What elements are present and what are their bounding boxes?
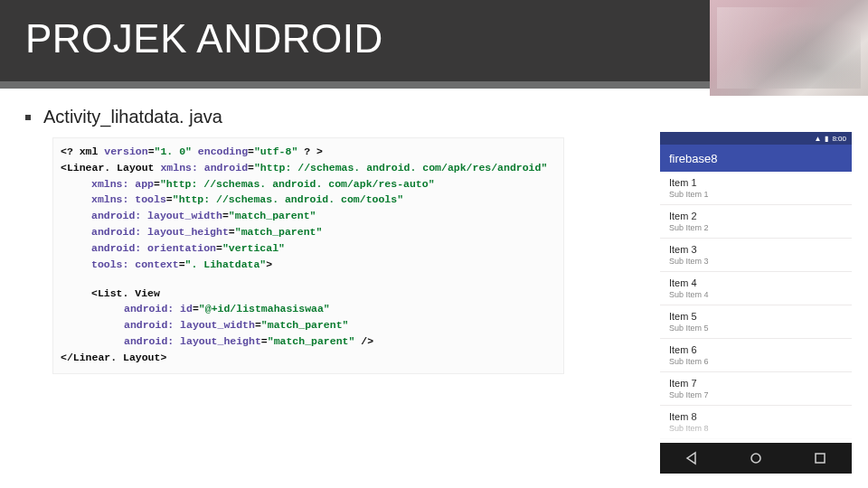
code-text: > (266, 258, 272, 270)
list-item[interactable]: Item 7 Sub Item 7 (660, 372, 852, 406)
list-item[interactable]: Item 8 Sub Item 8 (660, 406, 852, 439)
code-str: "1. 0" (155, 145, 198, 157)
list-item-title: Item 5 (669, 311, 843, 322)
signal-icon: ▲ (815, 135, 822, 143)
back-icon[interactable] (684, 451, 699, 465)
code-text: <? xml (61, 145, 104, 157)
list-item-subtitle: Sub Item 5 (669, 324, 843, 333)
code-attr: android: layout_width (91, 210, 222, 221)
list-item-subtitle: Sub Item 4 (669, 290, 843, 299)
code-str: "match_parent" (229, 210, 316, 221)
code-text: = (222, 210, 229, 221)
code-attr: version (104, 145, 147, 157)
code-text: ? > (304, 145, 323, 157)
code-text: = (261, 335, 268, 347)
list-item-title: Item 2 (669, 211, 843, 221)
list-item-title: Item 8 (669, 411, 843, 422)
list-item[interactable]: Item 6 Sub Item 6 (660, 339, 852, 372)
code-str: "match_parent" (261, 319, 349, 331)
code-text: = (248, 162, 254, 174)
code-text: = (229, 226, 235, 238)
home-icon[interactable] (749, 451, 763, 465)
list-item[interactable]: Item 1 Sub Item 1 (660, 172, 852, 205)
svg-rect-2 (816, 454, 825, 463)
code-attr: encoding (198, 145, 248, 157)
list-item-title: Item 6 (669, 344, 843, 355)
code-text: = (179, 258, 185, 270)
list-item-subtitle: Sub Item 3 (669, 257, 843, 266)
list-item-subtitle: Sub Item 2 (669, 223, 843, 232)
code-str: "http: //schemas. android. com/apk/res-a… (160, 178, 435, 190)
code-attr: tools: context (91, 258, 179, 270)
list-item-subtitle: Sub Item 1 (669, 190, 843, 199)
code-str: "http: //schemas. android. com/apk/res/a… (254, 162, 547, 174)
code-attr: xmlns: android (160, 162, 248, 174)
phone-preview: ▲ ▮ 8:00 firebase8 Item 1 Sub Item 1 Ite… (660, 132, 852, 474)
svg-marker-0 (687, 453, 695, 464)
code-str: "match_parent" (268, 335, 362, 347)
code-str: ". Lihatdata" (185, 258, 267, 270)
code-text: = (154, 178, 160, 190)
svg-point-1 (751, 454, 760, 463)
code-attr: xmlns: tools (91, 193, 166, 205)
list-item-title: Item 1 (669, 177, 843, 188)
code-attr: android: id (124, 303, 193, 314)
phone-list[interactable]: Item 1 Sub Item 1 Item 2 Sub Item 2 Item… (660, 172, 852, 443)
code-text: <Linear. Layout (61, 162, 160, 174)
code-text: = (248, 145, 254, 157)
recents-icon[interactable] (813, 451, 827, 465)
code-text: </Linear. Layout> (61, 352, 166, 363)
list-item[interactable]: Item 4 Sub Item 4 (660, 272, 852, 305)
bullet-area: Activity_lihatdata. java (25, 107, 222, 127)
code-attr: android: layout_height (91, 226, 229, 238)
code-str: "match_parent" (235, 226, 323, 238)
list-item-title: Item 7 (669, 378, 843, 389)
list-item-subtitle: Sub Item 6 (669, 357, 843, 366)
code-text: = (255, 319, 261, 331)
list-item[interactable]: Item 3 Sub Item 3 (660, 239, 852, 272)
code-str: "http: //schemas. android. com/tools" (173, 193, 403, 205)
code-attr: android: layout_height (124, 335, 261, 347)
code-str: "utf-8" (254, 145, 304, 157)
code-str: "vertical" (222, 242, 285, 254)
phone-navbar (660, 443, 852, 474)
bullet-filename: Activity_lihatdata. java (43, 107, 222, 127)
header-photo (710, 0, 868, 96)
code-attr: android: layout_width (124, 319, 255, 331)
code-text: = (193, 303, 199, 314)
bullet-row: Activity_lihatdata. java (25, 107, 222, 127)
list-item-title: Item 3 (669, 244, 843, 255)
list-item[interactable]: Item 2 Sub Item 2 (660, 205, 852, 239)
status-time: 8:00 (832, 135, 846, 143)
code-text: = (148, 145, 155, 157)
code-text: = (216, 242, 222, 254)
battery-icon: ▮ (825, 135, 828, 143)
phone-statusbar: ▲ ▮ 8:00 (660, 132, 852, 145)
code-text: /> (361, 335, 373, 347)
slide-title: PROJEK ANDROID (25, 16, 383, 61)
code-attr: android: orientation (91, 242, 216, 254)
code-block: <? xml version="1. 0" encoding="utf-8" ?… (52, 137, 564, 374)
code-text: <List. View (91, 287, 160, 299)
bullet-dot-icon (25, 115, 31, 120)
list-item-subtitle: Sub Item 8 (669, 424, 843, 433)
appbar-title: firebase8 (669, 152, 717, 165)
list-item-subtitle: Sub Item 7 (669, 390, 843, 399)
code-str: "@+id/listmahasiswaa" (199, 303, 330, 314)
code-text: = (166, 193, 173, 205)
phone-appbar: firebase8 (660, 145, 852, 172)
list-item-title: Item 4 (669, 277, 843, 288)
list-item[interactable]: Item 5 Sub Item 5 (660, 305, 852, 339)
code-attr: xmlns: app (91, 178, 154, 190)
